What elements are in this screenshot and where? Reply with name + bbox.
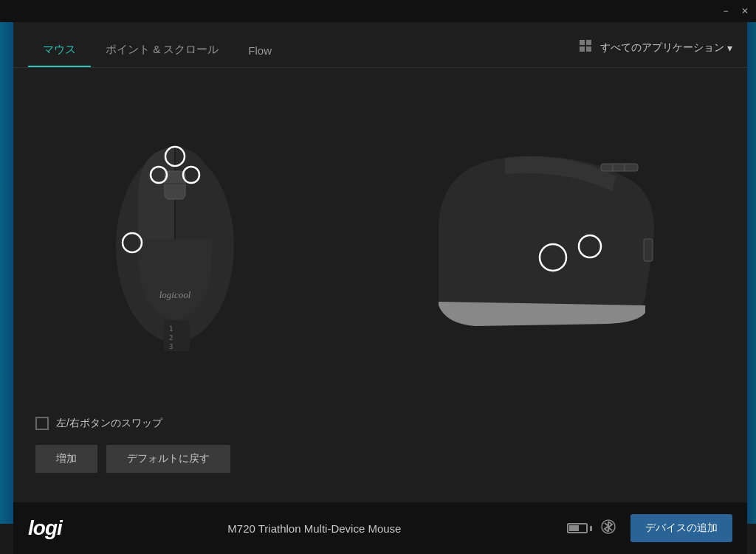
tab-bar: マウス ポイント & スクロール Flow すべてのアプリケーション ▾ <box>13 22 747 68</box>
svg-text:1: 1 <box>169 325 173 333</box>
svg-rect-1 <box>586 40 591 45</box>
mouse-top-view: 1 2 3 logicool <box>94 106 300 387</box>
battery-body <box>567 523 588 533</box>
mouse-top-svg: 1 2 3 logicool <box>94 106 256 364</box>
svg-rect-3 <box>586 46 591 52</box>
svg-rect-2 <box>580 46 585 52</box>
battery-fill <box>569 525 579 531</box>
swap-buttons-checkbox[interactable] <box>35 417 49 430</box>
add-button[interactable]: 増加 <box>35 445 97 473</box>
bottom-icons <box>567 519 616 538</box>
svg-rect-17 <box>601 164 638 171</box>
swap-buttons-label: 左/右ボタンのスワップ <box>56 417 162 430</box>
reset-button[interactable]: デフォルトに戻す <box>106 445 230 473</box>
grid-icon[interactable] <box>578 38 593 57</box>
apps-selector-label: すべてのアプリケーション <box>600 41 724 55</box>
apps-selector[interactable]: すべてのアプリケーション ▾ <box>600 41 732 55</box>
svg-text:3: 3 <box>169 343 173 350</box>
logi-logo: logi <box>28 516 62 540</box>
tab-flow[interactable]: Flow <box>233 34 286 67</box>
device-name: M720 Triathlon Multi-Device Mouse <box>77 522 552 535</box>
minimize-button[interactable]: − <box>721 6 731 16</box>
svg-rect-8 <box>164 320 190 351</box>
main-content: 1 2 3 logicool <box>13 68 747 502</box>
svg-rect-22 <box>644 239 653 261</box>
mouse-views: 1 2 3 logicool <box>35 83 725 409</box>
mouse-side-svg <box>416 136 667 342</box>
svg-rect-0 <box>580 40 585 45</box>
tab-mouse[interactable]: マウス <box>28 32 91 67</box>
app-selector-area: すべてのアプリケーション ▾ <box>578 38 732 67</box>
svg-text:2: 2 <box>169 334 173 342</box>
left-accent <box>0 22 13 524</box>
right-accent <box>747 22 756 524</box>
svg-text:logicool: logicool <box>159 289 190 300</box>
chevron-down-icon: ▾ <box>727 42 732 54</box>
bluetooth-icon <box>601 519 616 538</box>
app-container: マウス ポイント & スクロール Flow すべてのアプリケーション ▾ <box>13 22 747 554</box>
tab-point-scroll[interactable]: ポイント & スクロール <box>91 32 233 67</box>
button-row: 増加 デフォルトに戻す <box>35 445 725 473</box>
add-device-button[interactable]: デバイスの追加 <box>630 514 732 542</box>
controls-section: 左/右ボタンのスワップ 増加 デフォルトに戻す <box>35 409 725 488</box>
battery-icon <box>567 523 592 533</box>
close-button[interactable]: ✕ <box>740 6 750 16</box>
mouse-side-view <box>416 136 667 357</box>
battery-tip <box>590 526 592 531</box>
bottom-bar: logi M720 Triathlon Multi-Device Mouse デ… <box>13 502 747 554</box>
title-bar: − ✕ <box>0 0 756 22</box>
checkbox-row: 左/右ボタンのスワップ <box>35 417 725 430</box>
